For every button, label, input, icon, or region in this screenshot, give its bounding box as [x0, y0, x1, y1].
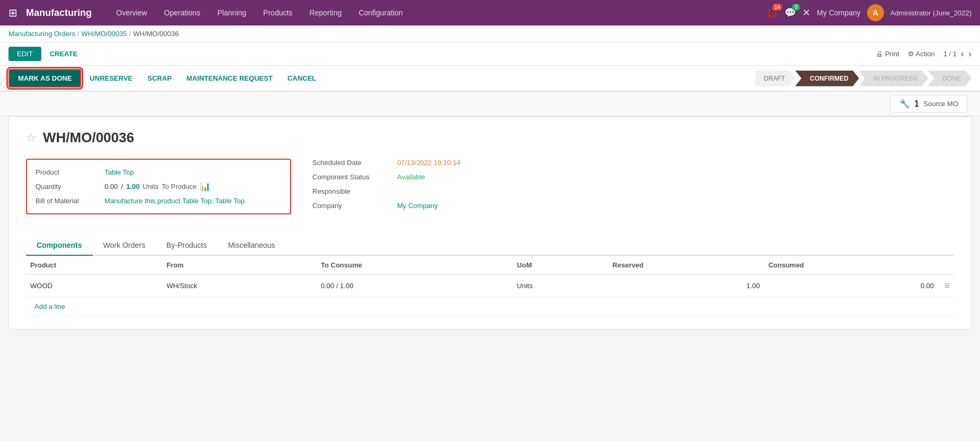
favorite-star-icon[interactable]: ☆ — [26, 131, 37, 145]
cancel-button[interactable]: CANCEL — [281, 70, 322, 87]
scrap-button[interactable]: SCRAP — [141, 70, 178, 87]
wrench-icon: 🔧 — [899, 99, 910, 109]
nav-products[interactable]: Products — [256, 0, 300, 25]
nav-planning[interactable]: Planning — [210, 0, 254, 25]
chat-icon[interactable]: 💬 9 — [784, 7, 796, 19]
maintenance-request-button[interactable]: MAINTENANCE REQUEST — [180, 70, 279, 87]
action-bar-right: 🖨 Print ⚙ Action 1 / 1 ‹ › — [876, 48, 972, 59]
breadcrumb-sep-2: / — [129, 30, 131, 38]
company-name: My Company — [817, 8, 860, 17]
col-product: Product — [26, 256, 162, 275]
second-action-bar: MARK AS DONE UNRESERVE SCRAP MAINTENANCE… — [0, 66, 980, 92]
col-to-consume: To Consume — [317, 256, 513, 275]
breadcrumb-mo-36: WH/MO/00036 — [133, 30, 179, 38]
tabs-bar: Components Work Orders By-Products Misce… — [26, 236, 954, 256]
mo-title: WH/MO/00036 — [43, 129, 134, 146]
step-confirmed: CONFIRMED — [795, 71, 859, 87]
qty-current: 0.00 — [104, 183, 118, 191]
responsible-row: Responsible — [312, 187, 954, 195]
pager-prev[interactable]: ‹ — [961, 48, 964, 59]
col-reserved: Reserved — [608, 256, 764, 275]
components-table: Product From To Consume UoM Reserved Con… — [26, 256, 954, 316]
product-field-row: Product Table Top — [36, 168, 282, 176]
mark-as-done-button[interactable]: MARK AS DONE — [8, 69, 81, 88]
add-line-row: Add a line — [26, 297, 954, 316]
bom-label: Bill of Material — [36, 197, 104, 205]
col-uom: UoM — [513, 256, 608, 275]
pager-next[interactable]: › — [968, 48, 972, 59]
bug-icon[interactable]: 🐞 14 — [766, 7, 778, 19]
print-button[interactable]: 🖨 Print — [876, 50, 899, 58]
close-icon[interactable]: ✕ — [802, 7, 810, 19]
breadcrumb-manufacturing-orders[interactable]: Manufacturing Orders — [8, 30, 75, 38]
tab-components[interactable]: Components — [26, 236, 93, 256]
mo-title-row: ☆ WH/MO/00036 — [26, 129, 954, 146]
tab-miscellaneous[interactable]: Miscellaneous — [217, 236, 286, 256]
tab-work-orders[interactable]: Work Orders — [93, 236, 156, 256]
nav-configuration[interactable]: Configuration — [351, 0, 410, 25]
qty-unit: Units — [143, 183, 159, 191]
company-value[interactable]: My Company — [397, 202, 438, 210]
scheduled-date-row: Scheduled Date 07/13/2022 19:10:14 — [312, 159, 954, 167]
quantity-label: Quantity — [36, 183, 104, 191]
breadcrumb-mo-35[interactable]: WH/MO/00035 — [81, 30, 127, 38]
chart-icon[interactable]: 📊 — [200, 181, 211, 192]
form-two-col: Product Table Top Quantity 0.00 / 1.00 U… — [26, 159, 954, 225]
qty-produce-label: To Produce — [162, 183, 197, 191]
quantity-field-row: Quantity 0.00 / 1.00 Units To Produce 📊 — [36, 181, 282, 192]
create-button[interactable]: CREATE — [46, 47, 82, 61]
app-title: Manufacturing — [26, 7, 92, 19]
row-from: WH/Stock — [162, 275, 317, 297]
tab-by-products[interactable]: By-Products — [156, 236, 217, 256]
unreserve-button[interactable]: UNRESERVE — [83, 70, 139, 87]
chat-badge: 9 — [792, 4, 800, 11]
col-from: From — [162, 256, 317, 275]
bug-badge: 14 — [772, 4, 782, 11]
row-consumed: 0.00 — [764, 275, 938, 297]
user-name: Administrator (June_2022) — [890, 9, 972, 17]
main-content: 🔧 1 Source MO ☆ WH/MO/00036 Product Tabl… — [0, 92, 980, 410]
bom-field-row: Bill of Material Manufacture this produc… — [36, 197, 282, 205]
component-status-row: Component Status Available — [312, 173, 954, 181]
qty-total[interactable]: 1.00 — [126, 183, 139, 191]
row-kebab-icon[interactable]: ≡ — [944, 280, 950, 291]
step-draft: DRAFT — [755, 71, 795, 87]
nav-reporting[interactable]: Reporting — [302, 0, 349, 25]
avatar: A — [867, 4, 884, 21]
form-right: Scheduled Date 07/13/2022 19:10:14 Compo… — [312, 159, 954, 225]
add-line-button[interactable]: Add a line — [30, 298, 69, 315]
table-row: WOOD WH/Stock 0.00 / 1.00 Units 1.00 0.0… — [26, 275, 954, 297]
nav-right: 🐞 14 💬 9 ✕ My Company A Administrator (J… — [766, 4, 972, 21]
breadcrumb: Manufacturing Orders / WH/MO/00035 / WH/… — [0, 25, 980, 42]
top-navigation: ⊞ Manufacturing Overview Operations Plan… — [0, 0, 980, 25]
row-uom: Units — [513, 275, 608, 297]
step-done: DONE — [928, 71, 972, 87]
form-left: Product Table Top Quantity 0.00 / 1.00 U… — [26, 159, 291, 225]
edit-button[interactable]: EDIT — [8, 47, 41, 61]
source-mo-label: Source MO — [923, 100, 958, 108]
step-in-progress: IN PROGRESS — [859, 71, 928, 87]
pager-text: 1 / 1 — [943, 50, 957, 58]
breadcrumb-sep-1: / — [77, 30, 80, 38]
nav-overview[interactable]: Overview — [109, 0, 154, 25]
app-grid-icon[interactable]: ⊞ — [8, 6, 18, 19]
row-product[interactable]: WOOD — [26, 275, 162, 297]
action-button[interactable]: ⚙ Action — [908, 50, 935, 58]
source-mo-count: 1 — [914, 99, 919, 109]
source-mo-badge[interactable]: 🔧 1 Source MO — [890, 95, 967, 113]
qty-separator: / — [121, 183, 123, 191]
form-card: ☆ WH/MO/00036 Product Table Top Quantity… — [8, 116, 972, 330]
product-label: Product — [36, 168, 104, 176]
scheduled-date-value: 07/13/2022 19:10:14 — [397, 159, 460, 167]
row-reserved: 1.00 — [608, 275, 764, 297]
row-to-consume: 0.00 / 1.00 — [317, 275, 513, 297]
responsible-label: Responsible — [312, 187, 397, 195]
company-label: Company — [312, 202, 397, 210]
highlighted-fields: Product Table Top Quantity 0.00 / 1.00 U… — [26, 159, 291, 214]
nav-operations[interactable]: Operations — [156, 0, 207, 25]
bom-value[interactable]: Manufacture this product Table Top: Tabl… — [104, 197, 244, 205]
nav-links: Overview Operations Planning Products Re… — [109, 0, 762, 25]
source-mo-area: 🔧 1 Source MO — [0, 92, 980, 116]
col-consumed: Consumed — [764, 256, 938, 275]
product-value[interactable]: Table Top — [104, 168, 134, 176]
